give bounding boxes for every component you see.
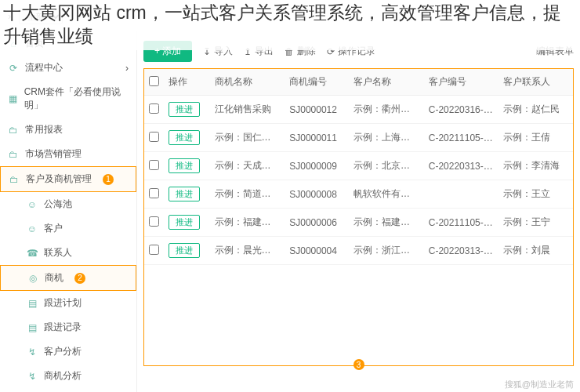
sidebar-item-14[interactable]: 🗀产品报价管理 xyxy=(0,388,136,392)
advance-button[interactable]: 推进 xyxy=(169,130,200,145)
table-row: 推进示例：简道云采购SJ0000008帆软软件有限公司示例：王立 xyxy=(144,180,573,209)
sidebar-item-6[interactable]: ☺公海池 xyxy=(0,192,136,216)
cell-ccode: C-20211105-0000001 xyxy=(424,124,499,152)
nav-icon: ↯ xyxy=(27,347,38,358)
cell-cust: 示例：上海国仁有限… xyxy=(349,124,424,152)
nav-label: 商机 xyxy=(45,271,63,285)
row-select-cell xyxy=(144,152,164,180)
cell-name: 示例：天成采购 xyxy=(210,152,285,180)
nav-label: 客户及商机管理 xyxy=(26,172,92,186)
cell-code: SJ0000009 xyxy=(285,152,349,180)
cell-cust: 示例：浙江晨光文具… xyxy=(349,237,424,265)
data-table: 操作商机名称商机编号客户名称客户编号客户联系人 推进江化销售采购SJ000001… xyxy=(144,69,573,265)
row-select-cell xyxy=(144,237,164,265)
cell-cust: 示例：北京天诚软件… xyxy=(349,152,424,180)
cell-ccode: C-20211105-0000004 xyxy=(424,209,499,237)
row-select-cell xyxy=(144,209,164,237)
advance-button[interactable]: 推进 xyxy=(169,158,200,173)
nav-label: 客户分析 xyxy=(44,345,82,358)
nav-label: 客户 xyxy=(44,222,63,235)
nav-label: 商机分析 xyxy=(44,369,82,383)
sidebar-item-10[interactable]: ▤跟进计划 xyxy=(0,291,136,315)
row-checkbox[interactable] xyxy=(149,132,159,142)
chevron-right-icon: › xyxy=(125,63,129,74)
select-all-checkbox[interactable] xyxy=(149,76,159,86)
annotation-badge: 2 xyxy=(74,273,85,284)
row-checkbox[interactable] xyxy=(149,245,159,255)
row-select-cell xyxy=(144,180,164,209)
nav-label: 跟进计划 xyxy=(44,296,82,310)
nav-label: 流程中心 xyxy=(25,61,63,74)
advance-button[interactable]: 推进 xyxy=(169,187,200,201)
advance-button[interactable]: 推进 xyxy=(169,102,200,117)
main-area: + 添加 ↧导入 ↥导出 🗑删除 ⟳操作记录 编辑表单 操作商机名称商机编号客户… xyxy=(137,31,580,392)
cell-contact: 示例：赵仁民 xyxy=(498,96,573,124)
cell-code: SJ0000012 xyxy=(285,96,349,124)
row-checkbox[interactable] xyxy=(149,160,159,170)
sidebar-item-13[interactable]: ↯商机分析 xyxy=(0,364,136,388)
nav-icon: ▤ xyxy=(27,298,38,309)
sidebar-item-1[interactable]: ⟳流程中心› xyxy=(0,56,136,80)
sidebar-item-2[interactable]: ▦CRM套件「必看使用说明」 xyxy=(0,80,136,118)
advance-button[interactable]: 推进 xyxy=(169,243,200,258)
nav-icon: ☺ xyxy=(27,223,38,234)
sidebar: ⌂首页⟳流程中心›▦CRM套件「必看使用说明」🗀常用报表🗀市场营销管理🗀客户及商… xyxy=(0,31,137,392)
sidebar-item-8[interactable]: ☎联系人 xyxy=(0,241,136,265)
cell-ccode: C-20220313-0000004 xyxy=(424,237,499,265)
op-cell: 推进 xyxy=(164,152,210,180)
select-all-cell xyxy=(144,69,164,96)
page-title-overlay: 十大黄冈网站 crm，一站式客户关系管理系统，高效管理客户信息，提升销售业绩 xyxy=(0,0,580,50)
cell-contact: 示例：王立 xyxy=(498,180,573,209)
table-row: 推进江化销售采购SJ0000012示例：衢州江化集团C-20220316-000… xyxy=(144,96,573,124)
cell-contact: 示例：李清海 xyxy=(498,152,573,180)
cell-name: 示例：福建一高3月订单 xyxy=(210,209,285,237)
sidebar-item-4[interactable]: 🗀市场营销管理 xyxy=(0,142,136,166)
row-checkbox[interactable] xyxy=(149,216,159,227)
col-header-1: 商机名称 xyxy=(210,69,285,96)
cell-name: 示例：国仁采购 xyxy=(210,124,285,152)
col-header-2: 商机编号 xyxy=(285,69,349,96)
sidebar-item-9[interactable]: ◎商机2 xyxy=(0,265,136,291)
nav-icon: ☎ xyxy=(27,248,38,259)
nav-icon: ◎ xyxy=(27,273,38,284)
nav-label: CRM套件「必看使用说明」 xyxy=(24,85,129,112)
sidebar-item-11[interactable]: ▤跟进记录 xyxy=(0,315,136,339)
advance-button[interactable]: 推进 xyxy=(169,215,200,230)
row-checkbox[interactable] xyxy=(149,103,159,114)
nav-icon: ↯ xyxy=(27,371,38,382)
op-cell: 推进 xyxy=(164,209,210,237)
annotation-badge: 1 xyxy=(103,174,114,185)
op-cell: 推进 xyxy=(164,96,210,124)
sidebar-item-7[interactable]: ☺客户 xyxy=(0,216,136,241)
cell-contact: 示例：刘晨 xyxy=(498,237,573,265)
table-row: 推进示例：晨光文具设备…SJ0000004示例：浙江晨光文具…C-2022031… xyxy=(144,237,573,265)
col-header-4: 客户编号 xyxy=(424,69,499,96)
nav-label: 常用报表 xyxy=(25,123,63,136)
cell-cust: 示例：福建一高集团 xyxy=(349,209,424,237)
nav-icon: 🗀 xyxy=(8,149,19,160)
table-row: 推进示例：福建一高3月订单SJ0000006示例：福建一高集团C-2021110… xyxy=(144,209,573,237)
sidebar-item-5[interactable]: 🗀客户及商机管理1 xyxy=(0,166,136,192)
op-cell: 推进 xyxy=(164,237,210,265)
row-checkbox[interactable] xyxy=(149,188,159,198)
watermark: 搜狐@制造业老简 xyxy=(505,379,574,390)
nav-label: 公海池 xyxy=(44,198,72,211)
cell-ccode: C-20220316-0000001 xyxy=(424,96,499,124)
table-row: 推进示例：国仁采购SJ0000011示例：上海国仁有限…C-20211105-0… xyxy=(144,124,573,152)
cell-code: SJ0000008 xyxy=(285,180,349,209)
sidebar-item-12[interactable]: ↯客户分析 xyxy=(0,339,136,364)
nav-icon: ☺ xyxy=(27,199,38,210)
nav-label: 市场营销管理 xyxy=(25,147,82,161)
sidebar-item-3[interactable]: 🗀常用报表 xyxy=(0,118,136,142)
annotation-badge-3: 3 xyxy=(353,359,364,370)
cell-ccode: C-20220313-0000002 xyxy=(424,152,499,180)
nav-icon: ▤ xyxy=(27,322,38,333)
cell-contact: 示例：王宁 xyxy=(498,209,573,237)
cell-name: 江化销售采购 xyxy=(210,96,285,124)
table-container: 操作商机名称商机编号客户名称客户编号客户联系人 推进江化销售采购SJ000001… xyxy=(143,68,574,366)
op-cell: 推进 xyxy=(164,124,210,152)
cell-cust: 帆软软件有限公司 xyxy=(349,180,424,209)
col-header-5: 客户联系人 xyxy=(498,69,573,96)
nav-label: 跟进记录 xyxy=(44,321,82,334)
nav-icon: 🗀 xyxy=(8,125,19,136)
